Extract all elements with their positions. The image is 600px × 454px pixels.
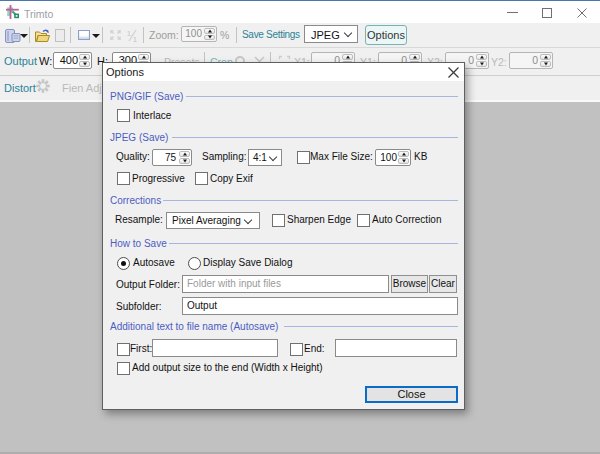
- svg-text:1: 1: [133, 36, 137, 42]
- svg-text:1: 1: [127, 30, 131, 37]
